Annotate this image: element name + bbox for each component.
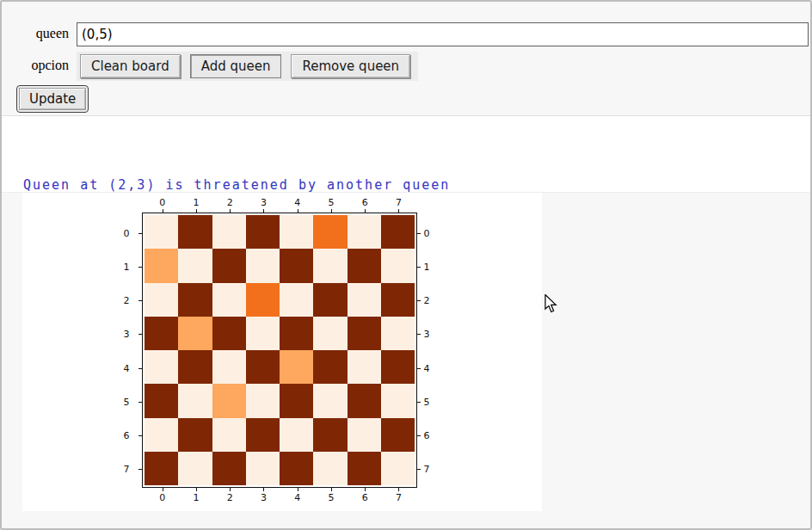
col-label-bottom: 5 xyxy=(328,492,334,503)
col-label-bottom: 4 xyxy=(294,492,300,503)
message-band: Queen at (2,3) is threatened by another … xyxy=(2,115,812,193)
board-cell-dark-square xyxy=(280,384,313,417)
axis-tick xyxy=(163,209,163,213)
queen-input[interactable] xyxy=(77,22,809,46)
col-label-top: 7 xyxy=(396,197,402,208)
axis-tick xyxy=(138,300,142,301)
board-cell-dark-square xyxy=(145,317,178,350)
board-cell-light-square xyxy=(313,317,347,350)
axis-tick xyxy=(398,488,399,491)
col-label-bottom: 6 xyxy=(362,492,368,503)
col-label-bottom: 7 xyxy=(396,492,402,503)
axis-tick xyxy=(263,488,264,491)
row-label-left: 0 xyxy=(124,227,130,238)
board-cell-queen xyxy=(145,249,178,282)
axis-tick xyxy=(298,488,298,491)
row-label-left: 7 xyxy=(124,464,130,475)
board-axes-frame xyxy=(142,213,417,488)
axis-tick xyxy=(138,402,142,403)
row-label-right: 2 xyxy=(424,295,430,306)
col-label-top: 1 xyxy=(193,197,199,208)
row-label-left: 5 xyxy=(124,396,130,407)
board-cell-dark-square xyxy=(381,215,415,249)
board-cell-dark-square xyxy=(280,317,313,350)
row-label-right: 3 xyxy=(424,329,430,340)
board-cell-light-square xyxy=(381,452,415,485)
col-label-top: 4 xyxy=(294,197,300,208)
col-label-bottom: 3 xyxy=(261,492,267,503)
board-cell-light-square xyxy=(381,317,415,350)
row-label-left: 6 xyxy=(124,430,130,441)
axis-tick xyxy=(138,233,142,234)
board-cell-dark-square xyxy=(381,283,415,317)
board-cell-light-square xyxy=(246,384,280,417)
board-cell-light-square xyxy=(212,418,246,452)
col-label-bottom: 1 xyxy=(193,492,199,503)
board-cell-queen xyxy=(178,317,212,350)
board-cell-dark-square xyxy=(178,283,212,317)
board-cell-dark-square xyxy=(246,350,280,384)
board-cell-dark-square xyxy=(280,249,313,282)
board-cell-light-square xyxy=(246,249,280,282)
board-cell-light-square xyxy=(280,215,313,249)
add-queen-button[interactable]: Add queen xyxy=(190,54,282,78)
row-label-right: 7 xyxy=(424,464,430,475)
board-cell-dark-square xyxy=(246,215,280,249)
board-cell-dark-square xyxy=(313,418,347,452)
board-cell-light-square xyxy=(246,452,280,485)
board-cell-dark-square xyxy=(381,418,415,452)
axis-tick xyxy=(138,469,142,470)
board-cell-light-square xyxy=(348,283,381,317)
opcion-button-group: Clean board Add queen Remove queen xyxy=(77,52,418,81)
axis-tick xyxy=(417,368,421,369)
row-label-left: 3 xyxy=(124,329,130,340)
board-cell-dark-square xyxy=(348,384,381,417)
board-cell-dark-square xyxy=(145,384,178,417)
board-cell-light-square xyxy=(313,384,347,417)
axis-tick xyxy=(138,334,142,335)
axis-tick xyxy=(230,209,231,213)
board-cell-light-square xyxy=(313,452,347,485)
board-cell-dark-square xyxy=(280,452,313,485)
remove-queen-button[interactable]: Remove queen xyxy=(291,54,410,78)
board-cell-light-square xyxy=(145,418,178,452)
board-cell-light-square xyxy=(145,283,178,317)
board-cell-light-square xyxy=(178,249,212,282)
axis-tick xyxy=(196,209,197,213)
col-label-top: 2 xyxy=(227,197,233,208)
chessboard xyxy=(145,215,415,485)
board-cell-light-square xyxy=(348,215,381,249)
board-cell-dark-square xyxy=(178,350,212,384)
clean-board-button[interactable]: Clean board xyxy=(80,54,181,78)
board-cell-light-square xyxy=(280,418,313,452)
update-button[interactable]: Update xyxy=(19,88,86,110)
board-cell-light-square xyxy=(280,283,313,317)
axis-tick xyxy=(417,300,421,301)
board-cell-light-square xyxy=(178,384,212,417)
mouse-cursor-icon xyxy=(544,294,557,317)
board-cell-dark-square xyxy=(313,283,347,317)
axis-tick xyxy=(230,488,231,491)
axis-tick xyxy=(417,435,421,436)
board-cell-dark-square xyxy=(313,350,347,384)
board-cell-light-square xyxy=(178,452,212,485)
row-label-left: 1 xyxy=(124,261,130,272)
board-cell-light-square xyxy=(212,350,246,384)
board-cell-light-square xyxy=(348,350,381,384)
board-cell-light-square xyxy=(212,215,246,249)
board-cell-dark-square xyxy=(212,249,246,282)
board-cell-dark-square xyxy=(348,452,381,485)
board-cell-queen xyxy=(280,350,313,384)
board-cell-dark-square xyxy=(381,350,415,384)
axis-tick xyxy=(417,334,421,335)
board-cell-dark-square xyxy=(212,317,246,350)
board-cell-threatened-queen xyxy=(313,215,347,249)
board-cell-threatened-queen xyxy=(246,283,280,317)
row-label-right: 4 xyxy=(424,362,430,373)
axis-tick xyxy=(417,233,421,234)
axis-tick xyxy=(331,209,332,213)
axis-tick xyxy=(331,488,332,491)
axis-tick xyxy=(398,209,399,213)
col-label-top: 5 xyxy=(328,197,334,208)
row-label-left: 2 xyxy=(124,295,130,306)
